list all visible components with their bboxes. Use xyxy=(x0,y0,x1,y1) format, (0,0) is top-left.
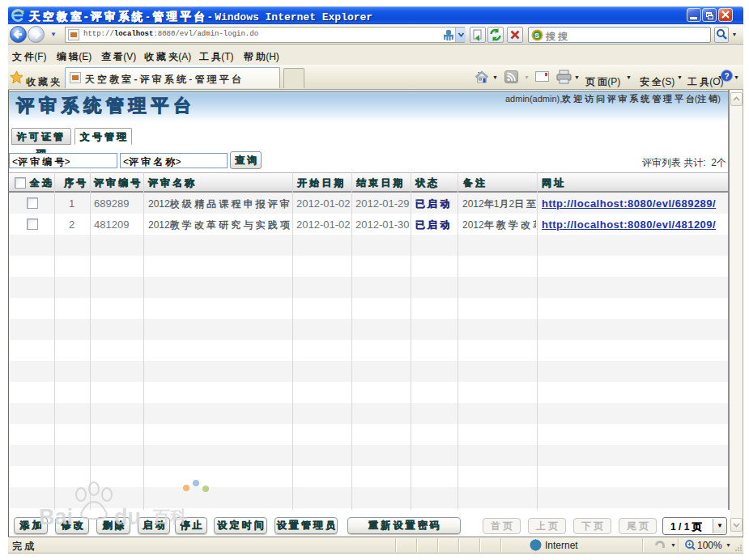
svg-text:?: ? xyxy=(725,72,730,81)
svg-text:Bai: Bai xyxy=(39,505,73,529)
svg-text:du: du xyxy=(114,505,141,529)
svg-text:S: S xyxy=(534,32,539,40)
svg-text:百科: 百科 xyxy=(153,507,187,526)
